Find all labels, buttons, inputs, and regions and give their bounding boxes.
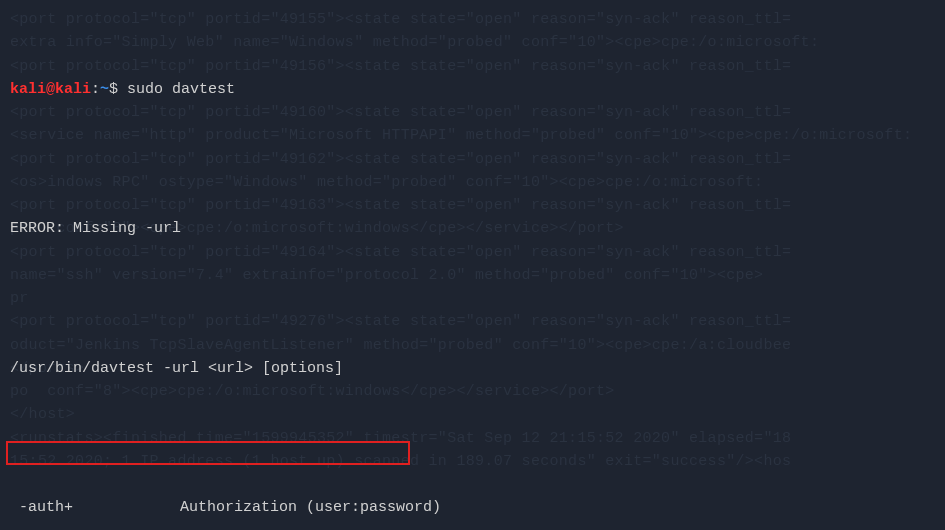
error-line: ERROR: Missing -url (10, 217, 935, 240)
blank-line (10, 287, 935, 310)
blank-line (10, 427, 935, 450)
prompt-colon: : (91, 81, 100, 98)
command-text: sudo davtest (118, 81, 235, 98)
prompt-at: @ (46, 81, 55, 98)
prompt-line[interactable]: kali@kali:~$ sudo davtest (10, 55, 935, 102)
terminal-output: kali@kali:~$ sudo davtest ERROR: Missing… (10, 8, 935, 530)
usage-line: /usr/bin/davtest -url <url> [options] (10, 357, 935, 380)
prompt-dollar: $ (109, 81, 118, 98)
prompt-user: kali (10, 81, 46, 98)
blank-line (10, 148, 935, 171)
option-row: -auth+Authorization (user:password) (10, 496, 935, 519)
prompt-host: kali (55, 81, 91, 98)
prompt-path: ~ (100, 81, 109, 98)
option-flag: -auth+ (10, 496, 180, 519)
option-desc: Authorization (user:password) (180, 496, 441, 519)
